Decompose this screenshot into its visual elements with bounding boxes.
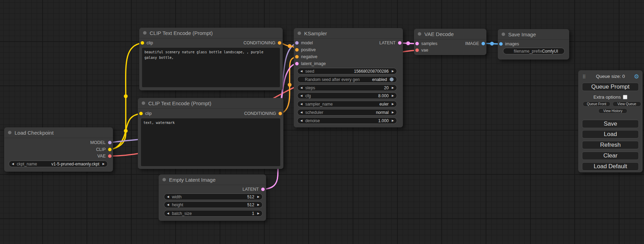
input-slot-clip[interactable]: clip: [139, 39, 153, 46]
conditioning-output-dot[interactable]: [278, 41, 281, 45]
input-slot-model[interactable]: model: [294, 39, 313, 46]
view-history-button[interactable]: View History: [598, 108, 627, 114]
conditioning-output-dot[interactable]: [279, 112, 282, 115]
vae-input-dot[interactable]: [415, 48, 419, 52]
collapse-dot-icon[interactable]: [418, 32, 421, 36]
queue-prompt-button[interactable]: Queue Prompt: [582, 83, 639, 91]
decrement-arrow-icon[interactable]: ◀: [167, 196, 169, 198]
increment-arrow-icon[interactable]: ▶: [392, 87, 394, 89]
output-slot-vae[interactable]: VAE: [97, 153, 113, 160]
node-empty-latent-image[interactable]: Empty Latent Image LATENT ◀ width 512 ▶ …: [159, 174, 266, 221]
increment-arrow-icon[interactable]: ▶: [257, 212, 259, 215]
increment-arrow-icon[interactable]: ▶: [257, 204, 259, 206]
batch-size-widget[interactable]: ◀ batch_size 1 ▶: [164, 210, 263, 217]
seed-widget[interactable]: ◀ seed 156680208700286 ▶: [297, 68, 397, 74]
node-header[interactable]: KSampler: [294, 28, 403, 39]
output-slot-conditioning[interactable]: CONDITIONING: [244, 39, 283, 46]
input-slot-images[interactable]: images: [498, 40, 519, 47]
collapse-dot-icon[interactable]: [8, 131, 11, 134]
input-slot-clip[interactable]: clip: [138, 110, 152, 117]
increment-arrow-icon[interactable]: ▶: [257, 196, 259, 198]
samples-input-dot[interactable]: [415, 42, 419, 45]
random-seed-toggle-widget[interactable]: Random seed after every gen enabled: [297, 76, 397, 83]
refresh-button[interactable]: Refresh: [582, 141, 639, 149]
scheduler-widget[interactable]: ◀ scheduler normal ▶: [297, 109, 397, 116]
cfg-widget[interactable]: ◀ cfg 8.000 ▶: [297, 92, 397, 99]
negative-input-dot[interactable]: [295, 55, 299, 58]
increment-arrow-icon[interactable]: ▶: [392, 70, 394, 73]
filename-prefix-widget[interactable]: filename_prefix ComfyUI: [503, 48, 565, 54]
node-save-image[interactable]: Save Image images filename_prefix ComfyU…: [498, 29, 569, 60]
input-slot-negative[interactable]: negative: [294, 53, 317, 60]
model-input-dot[interactable]: [295, 41, 299, 45]
node-header[interactable]: Load Checkpoint: [4, 127, 113, 138]
collapse-dot-icon[interactable]: [143, 31, 147, 35]
load-button[interactable]: Load: [582, 130, 639, 138]
node-vae-decode[interactable]: VAE Decode samples IMAGE vae: [414, 29, 486, 55]
node-header[interactable]: Empty Latent Image: [159, 174, 266, 185]
node-ksampler[interactable]: KSampler model LATENT positive negative …: [294, 28, 403, 127]
prev-value-arrow-icon[interactable]: ◀: [300, 111, 302, 114]
increment-arrow-icon[interactable]: ▶: [392, 94, 394, 97]
output-slot-image[interactable]: IMAGE: [465, 40, 486, 47]
output-slot-conditioning[interactable]: CONDITIONING: [244, 110, 283, 117]
sampler-name-widget[interactable]: ◀ sampler_name euler ▶: [297, 101, 397, 107]
view-queue-button[interactable]: View Queue: [612, 101, 641, 107]
collapse-dot-icon[interactable]: [298, 31, 301, 35]
input-slot-latent-image[interactable]: latent_image: [294, 60, 326, 67]
clip-input-dot[interactable]: [139, 112, 143, 115]
node-header[interactable]: CLIP Text Encode (Prompt): [138, 98, 283, 109]
decrement-arrow-icon[interactable]: ◀: [300, 70, 302, 73]
steps-widget[interactable]: ◀ steps 20 ▶: [297, 84, 397, 91]
output-slot-latent[interactable]: LATENT: [379, 39, 403, 46]
clip-output-dot[interactable]: [108, 148, 112, 151]
prev-value-arrow-icon[interactable]: ◀: [300, 103, 302, 106]
prev-value-arrow-icon[interactable]: ◀: [12, 163, 14, 165]
clear-button[interactable]: Clear: [582, 152, 639, 160]
output-slot-model[interactable]: MODEL: [90, 139, 113, 146]
collapse-dot-icon[interactable]: [142, 101, 145, 105]
clip-input-dot[interactable]: [141, 41, 144, 45]
input-slot-positive[interactable]: positive: [294, 46, 316, 53]
latent-image-input-dot[interactable]: [295, 62, 299, 65]
width-widget[interactable]: ◀ width 512 ▶: [164, 193, 263, 200]
node-clip-text-encode-negative[interactable]: CLIP Text Encode (Prompt) clip CONDITION…: [138, 98, 283, 169]
save-button[interactable]: Save: [582, 120, 639, 128]
collapse-dot-icon[interactable]: [502, 33, 505, 36]
node-clip-text-encode-positive[interactable]: CLIP Text Encode (Prompt) clip CONDITION…: [139, 28, 283, 90]
settings-gear-icon[interactable]: ⚙: [634, 73, 639, 81]
ckpt-name-widget[interactable]: ◀ ckpt_name v1-5-pruned-emaonly.ckpt ▶: [9, 161, 108, 167]
decrement-arrow-icon[interactable]: ◀: [167, 204, 169, 206]
negative-prompt-textarea[interactable]: text, watermark: [141, 118, 280, 166]
decrement-arrow-icon[interactable]: ◀: [300, 94, 302, 97]
decrement-arrow-icon[interactable]: ◀: [167, 212, 169, 215]
input-slot-samples[interactable]: samples: [414, 40, 438, 47]
images-input-dot[interactable]: [499, 42, 503, 46]
node-header[interactable]: Save Image: [498, 29, 569, 40]
next-value-arrow-icon[interactable]: ▶: [392, 103, 394, 106]
next-value-arrow-icon[interactable]: ▶: [392, 111, 394, 114]
output-slot-latent[interactable]: LATENT: [242, 186, 266, 193]
height-widget[interactable]: ◀ height 512 ▶: [164, 201, 263, 208]
vae-output-dot[interactable]: [108, 154, 112, 158]
decrement-arrow-icon[interactable]: ◀: [300, 87, 302, 89]
output-slot-clip[interactable]: CLIP: [96, 146, 113, 153]
decrement-arrow-icon[interactable]: ◀: [300, 119, 302, 122]
latent-output-dot[interactable]: [398, 41, 402, 45]
comfyui-canvas[interactable]: { "app": {"name_note": "node graph edito…: [0, 0, 644, 244]
node-load-checkpoint[interactable]: Load Checkpoint MODEL CLIP VAE ◀ ckpt_na…: [4, 127, 113, 172]
node-header[interactable]: CLIP Text Encode (Prompt): [139, 28, 283, 38]
positive-input-dot[interactable]: [295, 48, 299, 52]
load-default-button[interactable]: Load Default: [582, 162, 639, 171]
input-slot-vae[interactable]: vae: [414, 47, 428, 54]
next-value-arrow-icon[interactable]: ▶: [103, 163, 105, 165]
increment-arrow-icon[interactable]: ▶: [392, 119, 394, 122]
model-output-dot[interactable]: [108, 141, 112, 144]
image-output-dot[interactable]: [482, 42, 485, 45]
latent-output-dot[interactable]: [261, 188, 265, 191]
queue-front-button[interactable]: Queue Front: [583, 101, 610, 107]
queue-panel[interactable]: ⠿ Queue size: 0 ⚙ Queue Prompt Extra opt…: [578, 70, 643, 172]
denoise-widget[interactable]: ◀ denoise 1.000 ▶: [297, 117, 397, 124]
collapse-dot-icon[interactable]: [162, 178, 166, 181]
extra-options-checkbox[interactable]: [623, 95, 627, 99]
